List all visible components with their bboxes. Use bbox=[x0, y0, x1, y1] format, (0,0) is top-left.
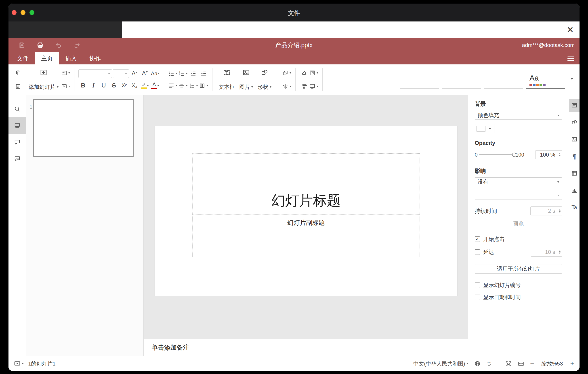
duration-input[interactable]: 2 s bbox=[530, 207, 562, 215]
font-name-select[interactable] bbox=[78, 69, 112, 78]
zoom-in-button[interactable]: + bbox=[570, 360, 574, 367]
theme-thumbnail[interactable] bbox=[484, 71, 523, 88]
effect-variant-select[interactable] bbox=[475, 191, 562, 200]
font-size-select[interactable] bbox=[113, 69, 129, 78]
arrange-shapes-button[interactable] bbox=[282, 68, 291, 78]
textart-settings-tab[interactable]: Ta bbox=[569, 201, 580, 214]
chart-settings-tab[interactable] bbox=[569, 184, 580, 197]
shape-settings-tab[interactable] bbox=[569, 116, 580, 129]
slide-thumbnail-1[interactable] bbox=[33, 99, 134, 157]
insert-shape-button[interactable]: 形状 bbox=[255, 67, 274, 92]
spinner-control[interactable] bbox=[557, 248, 562, 256]
subtitle-placeholder[interactable]: 幻灯片副标题 bbox=[192, 215, 420, 257]
increase-font-button[interactable]: A bbox=[130, 69, 139, 78]
slide-canvas[interactable]: 幻灯片标题 幻灯片副标题 bbox=[144, 95, 468, 339]
minimize-window-button[interactable] bbox=[21, 10, 25, 15]
zoom-out-button[interactable]: − bbox=[530, 360, 534, 367]
insert-textbox-button[interactable]: 文本框 bbox=[217, 67, 237, 92]
highlight-color-button[interactable] bbox=[140, 81, 149, 91]
insert-image-button[interactable]: 图片 bbox=[237, 67, 255, 92]
slide-settings-tab[interactable] bbox=[569, 99, 580, 112]
start-on-click-checkbox[interactable]: ✓ bbox=[475, 236, 480, 242]
delay-checkbox[interactable] bbox=[475, 249, 480, 255]
spinner-control[interactable] bbox=[557, 151, 562, 159]
start-slideshow-button[interactable] bbox=[61, 81, 70, 91]
superscript-button[interactable]: X² bbox=[119, 81, 129, 91]
start-slideshow-status-button[interactable] bbox=[14, 360, 24, 367]
columns-button[interactable] bbox=[199, 81, 208, 91]
fill-color-select[interactable] bbox=[475, 124, 494, 133]
language-select[interactable]: 中文(中华人民共和国) bbox=[413, 360, 468, 367]
effect-select[interactable]: 没有 bbox=[475, 177, 562, 186]
table-settings-tab[interactable] bbox=[569, 167, 580, 180]
image-icon bbox=[242, 69, 250, 76]
apply-to-all-slides-button[interactable]: 适用于所有幻灯片 bbox=[475, 264, 562, 274]
theme-thumbnail[interactable] bbox=[442, 71, 481, 88]
print-button[interactable] bbox=[36, 41, 45, 50]
insert-group: 文本框 图片 形状 bbox=[215, 66, 275, 93]
image-settings-tab[interactable] bbox=[569, 133, 580, 146]
tab-home[interactable]: 主页 bbox=[35, 52, 59, 65]
tab-collaboration[interactable]: 协作 bbox=[83, 52, 107, 65]
zoom-level[interactable]: 缩放%53 bbox=[540, 360, 564, 367]
vertical-align-button[interactable] bbox=[178, 81, 188, 91]
subscript-button[interactable]: X₂ bbox=[130, 81, 139, 91]
document-language-button[interactable] bbox=[474, 360, 481, 367]
copy-style-button[interactable] bbox=[300, 81, 309, 91]
close-window-button[interactable] bbox=[12, 10, 17, 15]
spinner-control[interactable] bbox=[557, 207, 562, 215]
bullet-list-button[interactable] bbox=[168, 69, 177, 78]
slide-size-button[interactable] bbox=[309, 81, 318, 91]
underline-button[interactable]: U bbox=[99, 81, 108, 91]
menu-hamburger-icon[interactable] bbox=[567, 56, 574, 61]
notes-area[interactable]: 单击添加备注 bbox=[144, 339, 468, 356]
decrease-indent-button[interactable] bbox=[189, 69, 198, 78]
show-date-time-checkbox[interactable] bbox=[475, 295, 480, 300]
theme-thumbnail[interactable] bbox=[400, 71, 439, 88]
slide-layout-button[interactable] bbox=[61, 68, 70, 78]
show-slide-number-checkbox[interactable] bbox=[475, 283, 480, 288]
theme-thumbnail-selected[interactable]: Aa bbox=[526, 71, 565, 88]
fit-to-slide-button[interactable] bbox=[505, 360, 512, 367]
align-shapes-button[interactable] bbox=[282, 81, 291, 91]
delay-input[interactable]: 10 s bbox=[531, 248, 562, 257]
redo-button[interactable] bbox=[72, 41, 81, 50]
clear-style-button[interactable] bbox=[300, 68, 309, 78]
paragraph-settings-tab[interactable]: ¶ bbox=[569, 150, 580, 163]
close-icon[interactable]: ✕ bbox=[567, 25, 574, 34]
opacity-slider[interactable] bbox=[479, 154, 514, 155]
fill-type-select[interactable]: 颜色填充 bbox=[475, 111, 562, 120]
line-spacing-button[interactable] bbox=[189, 81, 198, 91]
strikethrough-button[interactable]: S bbox=[109, 81, 119, 91]
font-color-button[interactable]: A bbox=[150, 81, 160, 91]
add-slide-button[interactable]: 添加幻灯片 bbox=[26, 67, 61, 92]
undo-button[interactable] bbox=[54, 41, 63, 50]
italic-button[interactable]: I bbox=[89, 81, 98, 91]
search-panel-button[interactable] bbox=[9, 101, 26, 117]
numbered-list-button[interactable]: 123 bbox=[178, 69, 188, 78]
tab-insert[interactable]: 插入 bbox=[59, 52, 83, 65]
feedback-panel-button[interactable] bbox=[9, 150, 26, 167]
change-case-button[interactable]: Aa bbox=[150, 69, 160, 78]
save-button[interactable] bbox=[17, 41, 26, 50]
color-scheme-button[interactable] bbox=[309, 68, 318, 78]
chevron-down-icon bbox=[68, 86, 70, 88]
title-placeholder[interactable]: 幻灯片标题 bbox=[192, 154, 420, 215]
zoom-window-button[interactable] bbox=[30, 10, 34, 15]
opacity-slider-knob[interactable] bbox=[512, 153, 516, 157]
slide-thumbnails-panel-button[interactable] bbox=[9, 117, 26, 134]
increase-indent-button[interactable] bbox=[199, 69, 208, 78]
copy-button[interactable] bbox=[13, 68, 23, 78]
slide[interactable]: 幻灯片标题 幻灯片副标题 bbox=[154, 126, 457, 296]
tab-file[interactable]: 文件 bbox=[11, 52, 35, 65]
horizontal-align-button[interactable] bbox=[168, 81, 177, 91]
preview-button[interactable]: 预览 bbox=[475, 219, 562, 228]
opacity-input[interactable]: 100 % bbox=[535, 150, 562, 159]
fit-to-width-button[interactable] bbox=[518, 360, 524, 367]
paste-button[interactable] bbox=[13, 81, 23, 91]
decrease-font-button[interactable]: A bbox=[140, 69, 149, 78]
spellcheck-button[interactable]: abc bbox=[487, 360, 493, 367]
theme-gallery-expand-button[interactable] bbox=[567, 66, 576, 91]
comments-panel-button[interactable] bbox=[9, 134, 26, 150]
bold-button[interactable]: B bbox=[78, 81, 88, 91]
